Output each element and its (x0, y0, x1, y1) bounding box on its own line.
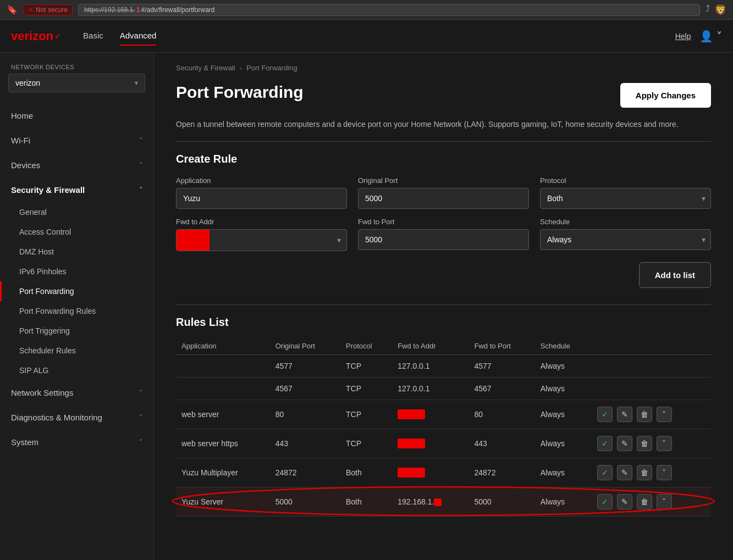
sidebar-item-devices[interactable]: Devices ˅ (0, 153, 153, 178)
table-row-yuzu-server: Yuzu Server 5000 Both 192.168.1. 5000 Al… (176, 487, 711, 517)
sidebar-sub-port-forwarding-rules[interactable]: Port Forwarding Rules (0, 301, 153, 321)
row4-protocol: TCP (340, 429, 392, 458)
page-header: Port Forwarding Apply Changes (176, 83, 711, 108)
user-icon[interactable]: 👤 ˅ (699, 30, 722, 43)
row1-protocol: TCP (340, 355, 392, 378)
row1-fwd-port: 4577 (469, 355, 534, 378)
help-link[interactable]: Help (675, 32, 691, 41)
sidebar-item-system[interactable]: System ˅ (0, 430, 153, 454)
fwd-addr-chevron-icon[interactable]: ▾ (332, 236, 346, 245)
page-title: Port Forwarding (176, 83, 304, 102)
row1-addr: 127.0.0.1 (392, 355, 469, 378)
share-icon[interactable]: ⤴ (706, 4, 710, 16)
breadcrumb-parent[interactable]: Security & Firewall (176, 64, 235, 72)
sidebar-item-security[interactable]: Security & Firewall ˄ (0, 178, 153, 202)
row3-actions: ✓ ✎ 🗑 ˅ (592, 400, 711, 429)
add-to-list-row: Add to list (176, 262, 711, 288)
row6-delete-btn[interactable]: 🗑 (637, 494, 652, 509)
bookmark-icon: 🔖 (7, 4, 18, 15)
row6-port: 5000 (270, 487, 340, 517)
row5-fwd-port: 24872 (469, 458, 534, 487)
row6-edit-btn[interactable]: ✎ (617, 494, 632, 509)
col-fwd-addr: Fwd to Addr (392, 337, 469, 355)
apply-changes-button[interactable]: Apply Changes (620, 83, 711, 108)
sidebar-item-network-settings[interactable]: Network Settings ˅ (0, 380, 153, 405)
breadcrumb: Security & Firewall › Port Forwarding (176, 64, 711, 72)
row3-schedule: Always (535, 400, 592, 429)
sidebar-sub-dmz-host[interactable]: DMZ Host (0, 242, 153, 262)
fwd-addr-red-block (177, 230, 210, 251)
row3-port: 80 (270, 400, 340, 429)
system-chevron-icon: ˅ (139, 439, 142, 446)
tab-basic[interactable]: Basic (83, 26, 103, 46)
schedule-select-wrapper: Always Custom ▾ (540, 229, 711, 250)
url-bar[interactable]: https://192.168.1. 1 #/adv/firewall/port… (78, 4, 700, 16)
sidebar-sub-ipv6-pinholes[interactable]: IPv6 Pinholes (0, 262, 153, 281)
schedule-label: Schedule (540, 218, 711, 226)
row6-actions: ✓ ✎ 🗑 ˅ (592, 487, 711, 517)
application-label: Application (176, 176, 347, 185)
row4-expand-btn[interactable]: ˅ (657, 436, 672, 451)
nav-right: Help 👤 ˅ (675, 30, 722, 43)
row6-schedule: Always (535, 487, 592, 517)
table-header-row: Application Original Port Protocol Fwd t… (176, 337, 711, 355)
sidebar-sub-access-control[interactable]: Access Control (0, 222, 153, 242)
diagnostics-chevron-icon: ˅ (139, 414, 142, 422)
sidebar-sub-port-triggering[interactable]: Port Triggering (0, 321, 153, 341)
brave-icon[interactable]: 🦁 (714, 4, 726, 16)
row6-expand-btn[interactable]: ˅ (657, 494, 672, 509)
row2-actions (592, 378, 711, 400)
sidebar-sub-port-forwarding[interactable]: Port Forwarding (0, 281, 153, 301)
row3-edit-btn[interactable]: ✎ (617, 407, 632, 422)
nav-bar: verizon✓ Basic Advanced Help 👤 ˅ (0, 20, 733, 53)
network-devices-label: Network Devices (0, 64, 153, 74)
wifi-chevron-icon: ˅ (139, 137, 142, 145)
row4-check-btn[interactable]: ✓ (597, 436, 613, 451)
sidebar-sub-sip-alg[interactable]: SIP ALG (0, 361, 153, 380)
logo: verizon✓ (11, 29, 61, 43)
fwd-port-input[interactable] (358, 229, 529, 250)
create-rule-form: Application Original Port Protocol Both … (176, 176, 711, 251)
sidebar-item-home[interactable]: Home (0, 103, 153, 128)
sidebar-item-diagnostics[interactable]: Diagnostics & Monitoring ˅ (0, 405, 153, 430)
row3-expand-btn[interactable]: ˅ (657, 407, 672, 422)
row3-addr (392, 400, 469, 429)
fwd-addr-dropdown[interactable]: ▾ (176, 229, 347, 251)
schedule-field-group: Schedule Always Custom ▾ (540, 218, 711, 251)
row5-edit-btn[interactable]: ✎ (617, 465, 632, 480)
devices-chevron-icon: ˅ (139, 162, 142, 169)
row6-fwd-port: 5000 (469, 487, 534, 517)
breadcrumb-separator: › (240, 64, 242, 72)
tab-advanced[interactable]: Advanced (120, 26, 157, 46)
row5-check-btn[interactable]: ✓ (597, 465, 613, 480)
row2-protocol: TCP (340, 378, 392, 400)
sidebar-sub-scheduler-rules[interactable]: Scheduler Rules (0, 341, 153, 361)
nav-tabs: Basic Advanced (83, 26, 156, 46)
sidebar-item-wifi[interactable]: Wi-Fi ˅ (0, 128, 153, 153)
row6-addr-red (434, 498, 442, 506)
row4-fwd-port: 443 (469, 429, 534, 458)
add-to-list-button[interactable]: Add to list (639, 262, 711, 288)
browser-icons: ⤴ 🦁 (706, 4, 726, 16)
network-select[interactable]: verizon ▾ (8, 74, 145, 92)
url-protocol: https://192.168.1. (84, 6, 135, 14)
row4-addr (392, 429, 469, 458)
application-input[interactable] (176, 188, 347, 209)
schedule-select[interactable]: Always Custom (540, 229, 711, 250)
col-schedule: Schedule (535, 337, 592, 355)
main-layout: Network Devices verizon ▾ Home Wi-Fi ˅ D… (0, 53, 733, 560)
row3-delete-btn[interactable]: 🗑 (637, 407, 652, 422)
row3-check-btn[interactable]: ✓ (597, 407, 613, 422)
row5-addr-red (398, 468, 425, 478)
row6-check-btn[interactable]: ✓ (597, 494, 613, 509)
protocol-select[interactable]: Both TCP UDP (540, 188, 711, 209)
row4-edit-btn[interactable]: ✎ (617, 436, 632, 451)
row1-port: 4577 (270, 355, 340, 378)
row4-delete-btn[interactable]: 🗑 (637, 436, 652, 451)
original-port-input[interactable] (358, 188, 529, 209)
row5-delete-btn[interactable]: 🗑 (637, 465, 652, 480)
row3-app: web server (176, 400, 270, 429)
row5-expand-btn[interactable]: ˅ (657, 465, 672, 480)
row5-addr (392, 458, 469, 487)
sidebar-sub-general[interactable]: General (0, 202, 153, 222)
